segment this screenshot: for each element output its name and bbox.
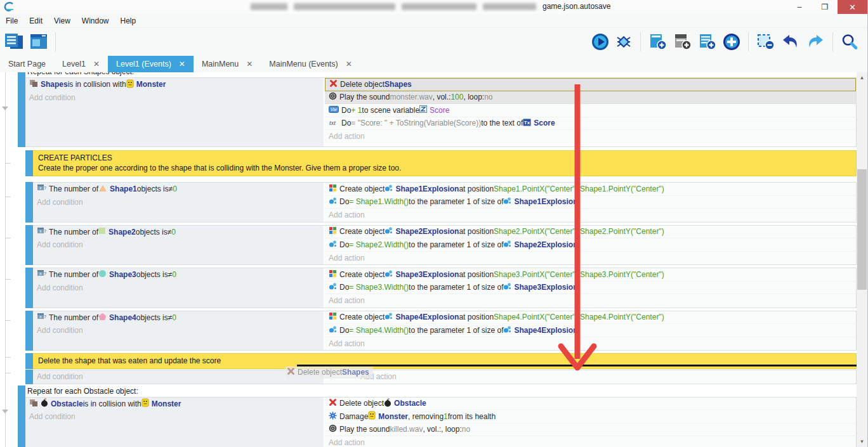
scroll-down-icon[interactable]: ▼ bbox=[857, 436, 867, 447]
add-action-link[interactable]: Add action bbox=[329, 438, 365, 447]
action-add-placeholder[interactable]: Add action bbox=[325, 252, 856, 265]
scroll-up-icon[interactable]: ▲ bbox=[857, 72, 867, 83]
tab-close-icon[interactable]: ✕ bbox=[346, 60, 352, 68]
add-action-link[interactable]: Add action bbox=[329, 132, 365, 141]
action-row[interactable]: Play the sound monster.wav, vol.: 100, l… bbox=[325, 91, 856, 105]
condition-row[interactable]: Shapes is in collision with Monster bbox=[25, 78, 324, 91]
tab-mainmenu-events[interactable]: MainMenu (Events)✕ bbox=[261, 56, 360, 72]
condition-add-placeholder[interactable]: Add condition bbox=[25, 91, 324, 105]
add-condition-link[interactable]: Add condition bbox=[37, 283, 83, 292]
action-row[interactable]: txtDo = "Score: " + ToString(Variable(Sc… bbox=[325, 117, 856, 131]
action-row[interactable]: Do = Shape4.Width() to the parameter 1 o… bbox=[325, 324, 856, 337]
condition-row[interactable]: x?The number of Shape3 objects is ≠ 0 bbox=[33, 268, 324, 282]
add-action-link[interactable]: Add action bbox=[329, 339, 365, 348]
menu-file[interactable]: File bbox=[0, 16, 23, 25]
action-row[interactable]: Delete object Shapes bbox=[325, 78, 856, 91]
project-manager-icon[interactable] bbox=[4, 32, 24, 51]
menu-view[interactable]: View bbox=[48, 16, 76, 25]
tab-level1-events[interactable]: Level1 (Events)✕ bbox=[108, 56, 194, 72]
condition-add-placeholder[interactable]: Add condition bbox=[25, 410, 324, 424]
comment-event[interactable]: CREATE PARTICLESCreate the proper one ac… bbox=[25, 150, 857, 176]
condition-row[interactable]: x?The number of Shape2 objects is ≠ 0 bbox=[33, 226, 324, 239]
action-add-placeholder[interactable]: Add action bbox=[325, 370, 856, 384]
add-condition-link[interactable]: Add condition bbox=[37, 240, 83, 249]
condition-row[interactable]: Obstacle is in collision with Monster bbox=[25, 398, 324, 411]
add-action-link[interactable]: Add action bbox=[360, 372, 397, 381]
tab-close-icon[interactable]: ✕ bbox=[93, 60, 100, 68]
comment-event[interactable]: Delete the shape that was eaten and upda… bbox=[25, 353, 857, 369]
close-button[interactable]: ✕ bbox=[838, 0, 867, 14]
tab-close-icon[interactable]: ✕ bbox=[246, 60, 253, 68]
add-condition-link[interactable]: Add condition bbox=[29, 93, 76, 102]
menu-help[interactable]: Help bbox=[115, 16, 142, 25]
instruction-text: Do bbox=[339, 283, 349, 292]
action-row[interactable]: Create object Shape3Explosion at positio… bbox=[325, 268, 856, 282]
action-add-placeholder[interactable]: Add action bbox=[325, 209, 856, 222]
instruction-text: , loop: bbox=[441, 425, 462, 434]
scrollbar-thumb[interactable] bbox=[857, 169, 867, 290]
action-row[interactable]: Play the sound killed.wav, vol.: , loop:… bbox=[325, 424, 856, 437]
event-highlight-bar bbox=[25, 150, 33, 176]
minimize-button[interactable]: – bbox=[787, 0, 812, 14]
add-condition-link[interactable]: Add condition bbox=[37, 372, 83, 381]
event-block[interactable]: x?The number of Shape4 objects is ≠ 0Add… bbox=[25, 311, 857, 351]
add-circle-icon[interactable] bbox=[723, 33, 740, 51]
particle-icon bbox=[385, 226, 393, 236]
delete-event-icon[interactable] bbox=[756, 33, 775, 51]
event-block[interactable]: x?The number of Shape3 objects is ≠ 0Add… bbox=[25, 268, 857, 308]
event-block[interactable]: Repeat for each Obstacle object:Obstacle… bbox=[18, 385, 857, 447]
condition-add-placeholder[interactable]: Add condition bbox=[33, 324, 324, 337]
action-row[interactable]: Create object Shape4Explosion at positio… bbox=[325, 311, 856, 325]
tab-start-page[interactable]: Start Page bbox=[0, 56, 54, 72]
action-add-placeholder[interactable]: Add action bbox=[325, 436, 856, 447]
tab-level1[interactable]: Level1✕ bbox=[54, 56, 108, 72]
play-icon[interactable] bbox=[591, 33, 609, 51]
event-header[interactable]: Repeat for each Shapes object: bbox=[25, 72, 857, 77]
debug-icon[interactable] bbox=[615, 33, 633, 51]
condition-row[interactable]: x?The number of Shape1 objects is ≠ 0 bbox=[33, 183, 324, 196]
action-add-placeholder[interactable]: Add action bbox=[325, 130, 856, 143]
comment-body[interactable]: CREATE PARTICLESCreate the proper one ac… bbox=[33, 150, 857, 176]
tab-close-icon[interactable]: ✕ bbox=[179, 60, 185, 68]
restore-button[interactable]: ❐ bbox=[812, 0, 838, 14]
action-row[interactable]: Damage Monster, removing 1 from its heal… bbox=[325, 410, 856, 424]
redo-icon[interactable] bbox=[806, 33, 825, 51]
add-subevent-icon[interactable] bbox=[673, 33, 692, 51]
condition-row[interactable]: x?The number of Shape4 objects is ≠ 0 bbox=[33, 311, 324, 325]
add-condition-link[interactable]: Add condition bbox=[37, 198, 83, 207]
event-block[interactable]: x?The number of Shape2 objects is ≠ 0Add… bbox=[25, 225, 857, 266]
event-block[interactable]: x?The number of Shape1 objects is ≠ 0Add… bbox=[25, 182, 857, 223]
add-action-link[interactable]: Add action bbox=[329, 254, 365, 262]
condition-add-placeholder[interactable]: Add condition bbox=[33, 196, 324, 209]
start-page-icon[interactable] bbox=[29, 32, 48, 51]
add-condition-link[interactable]: Add condition bbox=[29, 412, 76, 421]
action-row[interactable]: Delete object Obstacle bbox=[325, 398, 856, 411]
event-header[interactable]: Repeat for each Obstacle object: bbox=[25, 385, 857, 397]
menu-window[interactable]: Window bbox=[76, 16, 115, 25]
action-add-placeholder[interactable]: Add action bbox=[325, 294, 856, 308]
add-action-link[interactable]: Add action bbox=[329, 211, 365, 219]
undo-icon[interactable] bbox=[781, 33, 800, 51]
tab-mainmenu[interactable]: MainMenu✕ bbox=[194, 56, 261, 72]
search-icon[interactable] bbox=[841, 33, 858, 51]
vertical-scrollbar[interactable]: ▲ ▼ bbox=[857, 72, 867, 447]
menu-edit[interactable]: Edit bbox=[23, 16, 48, 25]
action-row[interactable]: Do = Shape3.Width() to the parameter 1 o… bbox=[325, 282, 856, 295]
action-add-placeholder[interactable]: Add action bbox=[325, 337, 856, 351]
event-block[interactable]: Add conditionAdd action bbox=[25, 370, 857, 384]
add-event-icon[interactable] bbox=[648, 33, 667, 51]
comment-body[interactable]: Delete the shape that was eaten and upda… bbox=[33, 353, 857, 369]
action-row[interactable]: Do = Shape1.Width() to the parameter 1 o… bbox=[325, 196, 856, 209]
condition-add-placeholder[interactable]: Add condition bbox=[33, 282, 324, 295]
add-condition-link[interactable]: Add condition bbox=[37, 326, 83, 335]
event-block[interactable]: Repeat for each Shapes object:Shapes is … bbox=[18, 72, 857, 147]
add-comment-icon[interactable] bbox=[698, 33, 717, 51]
add-action-link[interactable]: Add action bbox=[329, 296, 365, 305]
condition-add-placeholder[interactable]: Add condition bbox=[33, 238, 324, 252]
comment-line: Create the proper one according to the s… bbox=[38, 163, 851, 173]
action-row[interactable]: VarDo + 1 to scene variable Score bbox=[325, 104, 856, 117]
action-row[interactable]: Do = Shape2.Width() to the parameter 1 o… bbox=[325, 238, 856, 252]
condition-add-placeholder[interactable]: Add condition bbox=[33, 370, 324, 384]
action-row[interactable]: Create object Shape2Explosion at positio… bbox=[325, 226, 856, 239]
action-row[interactable]: Create object Shape1Explosion at positio… bbox=[325, 183, 856, 196]
